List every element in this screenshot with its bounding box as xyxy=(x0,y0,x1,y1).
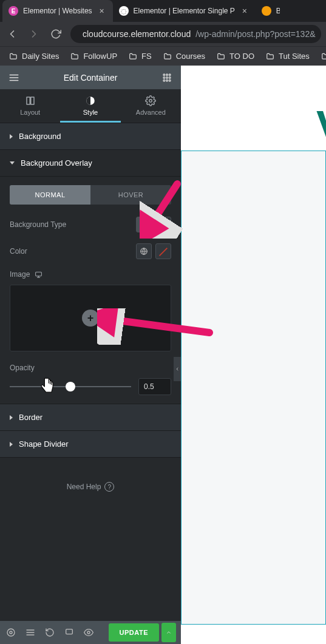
svg-point-6 xyxy=(169,74,171,76)
tab-layout[interactable]: Layout xyxy=(0,89,60,123)
image-label: Image xyxy=(10,270,30,279)
canvas-content xyxy=(181,66,326,151)
svg-point-4 xyxy=(163,74,165,76)
svg-point-7 xyxy=(163,76,165,78)
collapse-panel-icon[interactable] xyxy=(174,357,181,381)
editor-header: Edit Container xyxy=(0,66,181,89)
overlay-controls: NORMAL HOVER Background Type Color Image xyxy=(0,177,181,404)
site-e-icon: E xyxy=(8,6,18,16)
caret-right-icon xyxy=(10,442,13,447)
bookmark-folder[interactable] xyxy=(317,50,326,63)
svg-rect-25 xyxy=(66,629,73,634)
help-icon: ? xyxy=(104,482,114,492)
tab-advanced[interactable]: Advanced xyxy=(121,89,181,123)
image-uploader[interactable]: + xyxy=(10,285,171,351)
browser-tab[interactable]: ◌ Elementor | Elementor Single P × xyxy=(113,0,256,22)
selected-container[interactable] xyxy=(181,151,326,625)
close-icon[interactable]: × xyxy=(240,6,250,16)
opacity-row: 0.5 xyxy=(10,378,171,395)
state-normal[interactable]: NORMAL xyxy=(10,185,90,205)
update-options-button[interactable] xyxy=(161,623,176,642)
bookmark-folder[interactable]: Daily Sites xyxy=(5,50,63,63)
close-icon[interactable]: × xyxy=(97,6,107,16)
editor-tabs: Layout Style Advanced xyxy=(0,89,181,123)
tab-label: Layout xyxy=(20,109,40,116)
apps-icon[interactable] xyxy=(158,69,176,87)
opacity-label: Opacity xyxy=(10,364,171,372)
bookmark-folder[interactable]: Courses xyxy=(159,50,209,63)
global-color-button[interactable] xyxy=(136,243,152,259)
svg-point-8 xyxy=(166,76,168,78)
navigator-icon[interactable] xyxy=(24,626,36,639)
folder-icon xyxy=(163,52,172,61)
bookmark-folder[interactable]: FollowUP xyxy=(66,50,121,63)
svg-rect-18 xyxy=(160,222,163,228)
tab-label: Advanced xyxy=(136,109,166,116)
state-hover[interactable]: HOVER xyxy=(90,185,171,205)
help-text: Need Help xyxy=(67,483,101,491)
workspace: Edit Container Layout Style Advanced Bac… xyxy=(0,66,326,644)
hamburger-icon[interactable] xyxy=(5,69,23,87)
history-icon[interactable] xyxy=(44,626,56,639)
desktop-icon[interactable] xyxy=(35,271,42,279)
tab-style[interactable]: Style xyxy=(60,89,120,123)
section-title: Border xyxy=(19,413,42,422)
section-background-overlay[interactable]: Background Overlay xyxy=(0,150,181,177)
svg-point-11 xyxy=(166,80,168,81)
section-title: Background Overlay xyxy=(21,158,92,168)
color-picker-button[interactable] xyxy=(155,243,171,259)
svg-point-16 xyxy=(149,100,152,103)
forward-icon[interactable] xyxy=(27,27,41,41)
folder-icon xyxy=(8,52,18,61)
section-border[interactable]: Border xyxy=(0,404,181,431)
reload-icon[interactable] xyxy=(49,27,63,41)
svg-point-9 xyxy=(169,76,171,78)
layout-icon xyxy=(25,95,36,106)
browser-urlbar: cloudcourse.elementor.cloud/wp-admin/pos… xyxy=(0,22,326,46)
bookmark-folder[interactable]: Tut Sites xyxy=(262,50,313,63)
update-button[interactable]: UPDATE xyxy=(109,623,159,642)
site-icon xyxy=(262,6,271,16)
editor-canvas[interactable]: V H xyxy=(181,66,326,644)
slider-thumb-icon[interactable] xyxy=(66,382,75,391)
opacity-slider[interactable] xyxy=(10,379,131,394)
canvas-heading-fragment: V xyxy=(316,102,326,151)
caret-right-icon xyxy=(10,134,13,139)
section-background[interactable]: Background xyxy=(0,123,181,150)
preview-icon[interactable] xyxy=(83,626,95,639)
caret-down-icon xyxy=(10,161,15,164)
elementor-sidebar: Edit Container Layout Style Advanced Bac… xyxy=(0,66,181,644)
back-icon[interactable] xyxy=(5,27,19,41)
tab-title: Elementor | Elementor Single P xyxy=(134,7,235,15)
tab-title: Elementor | Websites xyxy=(23,7,92,15)
responsive-icon[interactable] xyxy=(63,626,75,639)
bookmark-label: FollowUP xyxy=(83,52,117,61)
bookmarks-bar: Daily Sites FollowUP FS Courses TO DO Tu… xyxy=(0,46,326,66)
settings-icon[interactable] xyxy=(5,626,17,639)
gear-icon xyxy=(145,95,156,106)
folder-icon xyxy=(216,52,226,61)
browser-tab[interactable]: Bik xyxy=(256,0,286,22)
add-image-icon[interactable]: + xyxy=(82,310,99,327)
section-shape-divider[interactable]: Shape Divider xyxy=(0,431,181,458)
bookmark-folder[interactable]: FS xyxy=(124,50,155,63)
folder-icon xyxy=(70,52,80,61)
svg-point-10 xyxy=(163,80,165,81)
opacity-value-input[interactable]: 0.5 xyxy=(138,378,171,395)
caret-right-icon xyxy=(10,415,13,420)
help-link[interactable]: Need Help ? xyxy=(0,458,181,516)
svg-rect-14 xyxy=(30,97,33,104)
bookmark-label: FS xyxy=(141,52,152,61)
svg-point-5 xyxy=(166,74,168,76)
bg-type-classic[interactable] xyxy=(136,217,152,232)
section-title: Background xyxy=(19,132,61,141)
svg-point-12 xyxy=(169,80,171,81)
url-host: cloudcourse.elementor.cloud xyxy=(83,29,191,39)
bookmark-label: Courses xyxy=(176,52,205,61)
url-input[interactable]: cloudcourse.elementor.cloud/wp-admin/pos… xyxy=(70,25,321,43)
folder-icon xyxy=(321,52,326,61)
browser-tab[interactable]: E Elementor | Websites × xyxy=(2,0,113,22)
bookmark-folder[interactable]: TO DO xyxy=(212,50,258,63)
bg-type-gradient[interactable] xyxy=(155,217,171,232)
bg-type-label: Background Type xyxy=(10,220,66,229)
